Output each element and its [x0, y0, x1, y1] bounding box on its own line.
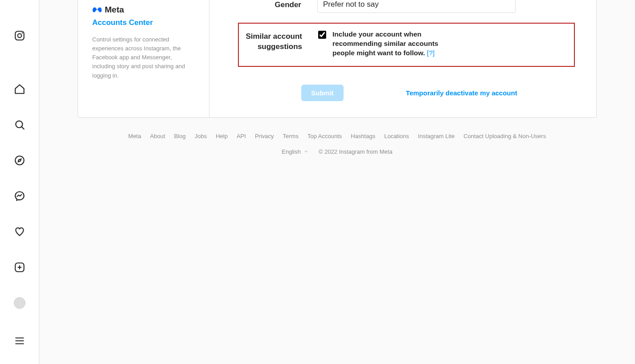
- meta-logo-text: Meta: [105, 5, 124, 15]
- accounts-center-link[interactable]: Accounts Center: [92, 18, 195, 27]
- similar-accounts-label: Include your account when recommending s…: [332, 30, 452, 58]
- search-icon[interactable]: [9, 114, 30, 135]
- footer-links: Meta About Blog Jobs Help API Privacy Te…: [78, 133, 597, 139]
- meta-description: Control settings for connected experienc…: [92, 35, 195, 80]
- footer-link[interactable]: Blog: [174, 133, 186, 139]
- footer-link[interactable]: About: [150, 133, 165, 139]
- footer-link[interactable]: Meta: [128, 133, 141, 139]
- profile-avatar[interactable]: [9, 292, 30, 314]
- similar-accounts-checkbox[interactable]: [318, 31, 326, 39]
- copyright-text: © 2022 Instagram from Meta: [319, 148, 393, 155]
- footer-link[interactable]: Terms: [283, 133, 299, 139]
- settings-sidebar: Supervision Login activity Emails from I…: [78, 0, 209, 117]
- home-icon[interactable]: [9, 78, 30, 100]
- messenger-icon[interactable]: [9, 185, 30, 207]
- footer-link[interactable]: Instagram Lite: [418, 133, 455, 139]
- settings-panel: Supervision Login activity Emails from I…: [78, 0, 597, 118]
- footer-link[interactable]: Hashtags: [351, 133, 375, 139]
- page-footer: Meta About Blog Jobs Help API Privacy Te…: [78, 118, 597, 182]
- svg-point-2: [21, 33, 23, 34]
- heart-icon[interactable]: [9, 221, 30, 242]
- similar-account-highlight: Similar account suggestions Include your…: [238, 23, 575, 67]
- instagram-logo-icon[interactable]: [9, 25, 30, 46]
- similar-help-link[interactable]: [?]: [427, 49, 434, 57]
- footer-link[interactable]: Top Accounts: [307, 133, 342, 139]
- svg-point-1: [17, 34, 21, 38]
- settings-main: app and edit your profile to change the …: [209, 0, 596, 117]
- svg-point-5: [15, 156, 24, 165]
- footer-link[interactable]: API: [237, 133, 246, 139]
- submit-button[interactable]: Submit: [301, 85, 344, 101]
- left-nav-rail: [0, 0, 39, 364]
- gender-field[interactable]: [317, 0, 516, 13]
- language-selector[interactable]: English: [282, 148, 309, 155]
- deactivate-link[interactable]: Temporarily deactivate my account: [406, 89, 517, 97]
- menu-icon[interactable]: [9, 330, 30, 352]
- svg-line-4: [21, 127, 24, 129]
- footer-link[interactable]: Contact Uploading & Non-Users: [463, 133, 546, 139]
- footer-link[interactable]: Locations: [384, 133, 409, 139]
- similar-label-line1: Similar account: [246, 32, 302, 41]
- explore-icon[interactable]: [9, 150, 30, 171]
- similar-label-line2: suggestions: [258, 42, 302, 51]
- meta-logo: Meta: [92, 5, 195, 15]
- footer-link[interactable]: Jobs: [195, 133, 207, 139]
- gender-label: Gender: [242, 0, 317, 9]
- svg-marker-6: [18, 159, 21, 162]
- footer-link[interactable]: Help: [216, 133, 228, 139]
- create-icon[interactable]: [9, 257, 30, 278]
- footer-link[interactable]: Privacy: [255, 133, 274, 139]
